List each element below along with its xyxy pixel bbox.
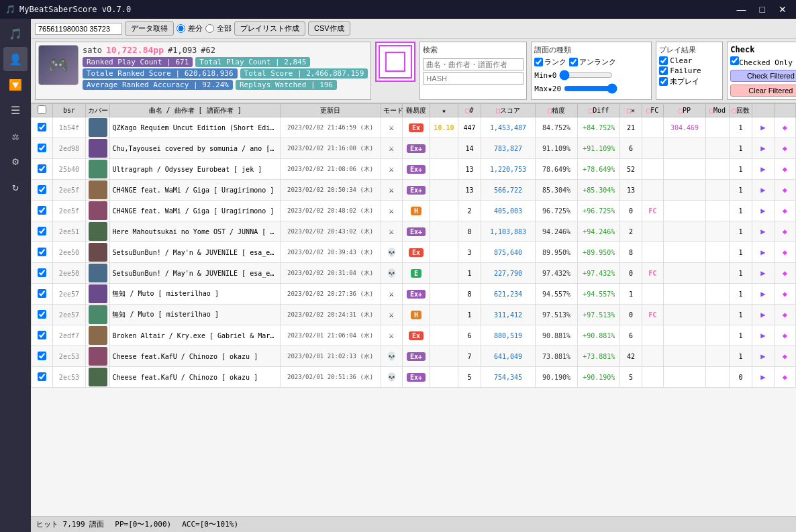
mode-all-radio[interactable] [205,24,214,33]
row-diamond[interactable]: ◆ [774,201,795,221]
select-all-checkbox[interactable] [38,105,46,114]
row-star [430,180,458,201]
row-checkbox[interactable] [38,123,46,131]
unrank-checkbox-label[interactable]: アンランク [569,57,616,67]
row-twitch[interactable]: ▶ [752,242,774,263]
search-input-hash[interactable] [423,72,524,85]
row-diamond[interactable]: ◆ [774,263,795,284]
row-diamond[interactable]: ◆ [774,367,795,388]
row-diamond[interactable]: ◆ [774,242,795,263]
row-twitch[interactable]: ▶ [752,325,774,346]
rank-checkbox-label[interactable]: ランク [534,57,566,67]
row-twitch[interactable]: ▶ [752,201,774,221]
row-star [430,159,458,180]
minimize-button[interactable]: — [733,3,750,16]
header-check[interactable] [32,104,53,117]
mode-margin-label[interactable]: 差分 [188,23,203,34]
unplayed-checkbox[interactable] [659,77,668,86]
row-diamond[interactable]: ◆ [774,325,795,346]
row-diamond[interactable]: ◆ [774,346,795,367]
row-twitch[interactable]: ▶ [752,221,774,242]
row-checkbox[interactable] [38,164,46,173]
header-difficulty[interactable]: 難易度 [402,104,430,117]
row-twitch[interactable]: ▶ [752,180,774,201]
unrank-checkbox[interactable] [569,58,578,66]
header-count[interactable]: □回数 [729,104,752,117]
header-score[interactable]: □スコア [481,104,536,117]
maximize-button[interactable]: □ [756,3,769,16]
sidebar-item-list[interactable]: ☰ [3,98,28,122]
row-diamond[interactable]: ◆ [774,305,795,325]
header-hash[interactable]: □# [458,104,481,117]
header-acc[interactable]: □精度 [535,104,577,117]
csv-button[interactable]: CSV作成 [308,21,350,36]
max-star-slider[interactable] [564,83,617,94]
row-checkbox[interactable] [38,248,46,256]
diamond-icon: ◆ [783,144,787,153]
failure-checkbox-label[interactable]: Failure [659,66,719,75]
clear-checkbox[interactable] [659,56,668,65]
row-diamond[interactable]: ◆ [774,159,795,180]
row-checkbox[interactable] [38,268,46,277]
mode-margin-radio[interactable] [177,24,185,33]
clear-checkbox-label[interactable]: Clear [659,56,719,65]
header-date[interactable]: 更新日 [280,104,381,117]
row-twitch[interactable]: ▶ [752,159,774,180]
row-checkbox[interactable] [38,227,46,235]
row-twitch[interactable]: ▶ [752,138,774,159]
sidebar-item-music[interactable]: 🎵 [3,21,28,46]
header-diff[interactable]: □Diff [578,104,620,117]
failure-checkbox[interactable] [659,66,668,75]
row-checkbox[interactable] [38,331,46,339]
sidebar-item-user[interactable]: 👤 [3,47,28,71]
clear-filtered-button[interactable]: Clear Filtered [730,85,796,97]
row-checkbox[interactable] [38,310,46,319]
header-title[interactable]: 曲名 / 曲作者 [ 譜面作者 ] [110,104,280,117]
row-twitch[interactable]: ▶ [752,346,774,367]
replays-badge: Replays Watched | 196 [236,80,337,90]
check-filtered-button[interactable]: Check Filtered [730,70,796,82]
row-checkbox[interactable] [38,144,46,152]
user-id-input[interactable] [35,23,122,35]
header-x[interactable]: □✕ [620,104,642,117]
sidebar-item-scale[interactable]: ⚖ [3,123,28,148]
row-twitch[interactable]: ▶ [752,284,774,305]
row-diamond[interactable]: ◆ [774,284,795,305]
checked-only-checkbox[interactable] [730,56,739,65]
row-diamond[interactable]: ◆ [774,221,795,242]
mode-all-label[interactable]: 全部 [217,23,232,34]
sidebar-item-settings[interactable]: ⚙ [3,149,28,173]
fetch-button[interactable]: データ取得 [125,21,174,36]
diamond-icon: ◆ [783,372,787,382]
search-input-title[interactable] [423,58,524,70]
header-mod[interactable]: □Mod [706,104,730,117]
row-diamond[interactable]: ◆ [774,138,795,159]
min-star-slider[interactable] [559,70,613,81]
header-star[interactable]: ★ [430,104,458,117]
row-checkbox[interactable] [38,289,46,298]
header-fc[interactable]: □FC [642,104,663,117]
row-checkbox[interactable] [38,372,46,381]
row-checkbox[interactable] [38,352,46,360]
header-bsr[interactable]: bsr [53,104,85,117]
sidebar-item-refresh[interactable]: ↻ [3,174,28,199]
toolbar: データ取得 差分 全部 プレイリスト作成 CSV作成 [31,19,796,39]
row-diamond[interactable]: ◆ [774,117,795,138]
row-diamond[interactable]: ◆ [774,180,795,201]
unplayed-checkbox-label[interactable]: 未プレイ [659,76,719,87]
row-twitch[interactable]: ▶ [752,367,774,388]
row-twitch[interactable]: ▶ [752,305,774,325]
checked-only-label[interactable]: Checked Only [730,56,796,67]
row-misses: 13 [620,180,642,201]
row-twitch[interactable]: ▶ [752,263,774,284]
sidebar-item-filter[interactable]: 🔽 [3,72,28,97]
playlist-button[interactable]: プレイリスト作成 [234,21,305,36]
row-checkbox[interactable] [38,185,46,194]
header-pp[interactable]: □PP [663,104,705,117]
close-button[interactable]: ✕ [775,3,791,16]
row-checkbox[interactable] [38,206,46,215]
header-mode[interactable]: モード [381,104,402,117]
rank-checkbox[interactable] [534,58,543,66]
row-twitch[interactable]: ▶ [752,117,774,138]
row-cover [85,117,110,138]
